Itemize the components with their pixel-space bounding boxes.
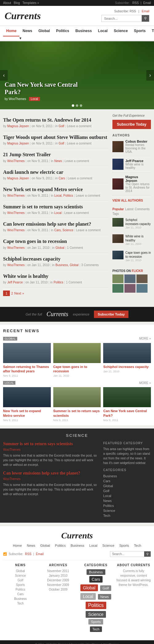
page-2-link[interactable]: 2 <box>11 291 13 295</box>
article-category[interactable]: Business, Global <box>55 263 79 267</box>
email-link[interactable]: Email <box>142 10 149 13</box>
nav-news[interactable]: News <box>19 26 35 36</box>
news-link[interactable]: Summer is set to return says scientists <box>53 409 100 417</box>
cat-golf[interactable]: Golf <box>100 585 111 591</box>
footer-nav-sports[interactable]: Sports <box>117 542 132 549</box>
article-comment[interactable]: Leave a comment <box>67 142 91 145</box>
footer-news-cars[interactable]: Cars <box>17 592 24 596</box>
footer-archive-3[interactable]: December 2009 <box>47 579 69 582</box>
next-link[interactable]: Next » <box>14 291 24 295</box>
rss-link[interactable]: RSS <box>132 1 139 5</box>
nav-sports[interactable]: Sports <box>131 26 149 36</box>
nav-business[interactable]: Business <box>72 26 95 36</box>
article-category[interactable]: Golf <box>59 124 64 128</box>
footer-nav-science[interactable]: Science <box>100 542 117 549</box>
article-category[interactable]: News <box>54 159 62 163</box>
hero-dot-2[interactable] <box>76 104 78 107</box>
search-input[interactable] <box>102 15 142 22</box>
science-article-link[interactable]: Summer is set to return says scientists <box>3 441 73 446</box>
footer-nav-global[interactable]: Global <box>38 542 53 549</box>
flickr-photo[interactable] <box>124 284 136 293</box>
article-category[interactable]: Local <box>54 211 62 215</box>
footer-news-politics[interactable]: Politics <box>15 588 25 591</box>
footer-nav-local[interactable]: Local <box>87 542 100 549</box>
news-link[interactable]: Schiphol increases capacity <box>103 365 148 369</box>
email-link[interactable]: Email <box>143 1 151 5</box>
article-category[interactable]: Golf <box>59 142 64 145</box>
article-comment[interactable]: Leave a comment <box>65 159 89 163</box>
article-link[interactable]: New York set to expand Metro service <box>3 187 83 192</box>
footer-news-business[interactable]: Business <box>14 597 27 600</box>
footer-archive-1[interactable]: November 2011 <box>47 569 69 573</box>
article-comment[interactable]: Leave a comment <box>64 211 89 215</box>
footer-nav-business[interactable]: Business <box>68 542 87 549</box>
article-link[interactable]: The Open returns to St. Andrews for 2014 <box>3 117 91 123</box>
footer-archive-5[interactable]: October 2009 <box>49 588 67 591</box>
article-category[interactable]: Global <box>55 246 64 249</box>
article-link[interactable]: Schiphol increases capacity <box>3 256 60 261</box>
footer-nav-tech[interactable]: Tech <box>132 542 144 549</box>
category-link[interactable]: Business <box>103 474 117 478</box>
cat-politics[interactable]: Politics <box>86 602 106 609</box>
category-link[interactable]: Global <box>103 484 113 488</box>
footer-archive-2[interactable]: January 2010 <box>49 574 67 577</box>
nav-tech[interactable]: Tech <box>149 26 154 36</box>
article-link[interactable]: Cape town goes in to recession <box>3 239 67 244</box>
hero-next-button[interactable]: › <box>146 70 154 81</box>
science-article-link[interactable]: Can lower emissions help save the planet… <box>3 471 80 475</box>
promo-subscribe-button[interactable]: Subscribe Today <box>94 311 128 318</box>
flickr-photo[interactable] <box>124 274 136 283</box>
footer-search-button[interactable]: ⚲ <box>144 551 151 557</box>
cat-business[interactable]: Business <box>87 569 105 575</box>
news-link[interactable]: Can New York save Central Park? <box>103 409 147 417</box>
article-link[interactable]: Can lower emissions help save the planet… <box>3 221 91 227</box>
nav-science[interactable]: Science <box>111 26 131 36</box>
article-category[interactable]: Cars, Science <box>54 228 73 232</box>
footer-news-global[interactable]: Global <box>16 569 25 573</box>
article-link[interactable]: Summer is set to return says scientists <box>3 204 83 209</box>
cat-news[interactable]: News <box>98 594 111 600</box>
footer-archive-4[interactable]: November 2009 <box>47 583 69 587</box>
article-link[interactable]: Tiger Woods upset about Steve Williams o… <box>3 135 107 140</box>
footer-news-tech[interactable]: Tech <box>17 602 24 605</box>
category-link[interactable]: Golf <box>103 489 109 493</box>
footer-rss-link[interactable]: RSS <box>25 552 31 556</box>
page-1-button[interactable]: 1 <box>3 291 10 296</box>
news-link[interactable]: Cape town goes in to recession <box>53 365 87 373</box>
nav-home[interactable]: Home <box>3 26 19 36</box>
flickr-photo[interactable] <box>136 284 148 293</box>
cat-sports[interactable]: Sports <box>88 619 103 625</box>
tab-comments[interactable]: Comments <box>135 207 149 211</box>
view-all-authors[interactable]: VIEW ALL AUTHORS <box>112 199 143 202</box>
tab-latest[interactable]: Latest <box>125 207 133 211</box>
cat-cars[interactable]: Cars <box>89 576 103 583</box>
footer-search-input[interactable] <box>110 551 144 557</box>
footer-nav-home[interactable]: Home <box>10 542 24 549</box>
cat-local[interactable]: Local <box>80 593 95 600</box>
templates-link[interactable]: Templates <box>22 1 37 5</box>
category-link[interactable]: Cars <box>103 479 110 483</box>
article-link[interactable]: 21 Jump Street Trailer <box>3 152 51 157</box>
flickr-photo[interactable] <box>112 284 124 293</box>
article-category[interactable]: Politics <box>54 281 63 284</box>
nav-global[interactable]: Global <box>35 26 53 36</box>
article-comment[interactable]: Leave a comment <box>68 177 92 180</box>
footer-news-golf[interactable]: Golf <box>18 579 23 582</box>
hero-dot-1[interactable] <box>72 104 74 107</box>
flickr-photo[interactable] <box>112 274 124 283</box>
article-comment[interactable]: Leave a comment <box>76 228 101 232</box>
news-link[interactable]: Salmon returning to Thames after hundred… <box>3 365 49 373</box>
cat-tech[interactable]: Tech <box>90 626 102 632</box>
category-link[interactable]: Politics <box>103 504 114 508</box>
cat-global[interactable]: Global <box>80 584 98 591</box>
article-category[interactable]: Cars <box>59 177 65 180</box>
subscribe-button[interactable]: Subscribe Today <box>112 120 151 129</box>
nav-politics[interactable]: Politics <box>53 26 72 36</box>
about-link[interactable]: About <box>3 1 11 5</box>
article-comment[interactable]: 3 Comments <box>81 263 99 267</box>
article-link[interactable]: Audi launch new electric car <box>3 169 63 175</box>
article-comment[interactable]: Leave a comment <box>76 194 100 197</box>
news-link[interactable]: New York set to expand Metro service <box>3 409 41 417</box>
footer-news-sports[interactable]: Sports <box>16 583 25 587</box>
article-comment[interactable]: 1 Comment <box>66 281 82 284</box>
